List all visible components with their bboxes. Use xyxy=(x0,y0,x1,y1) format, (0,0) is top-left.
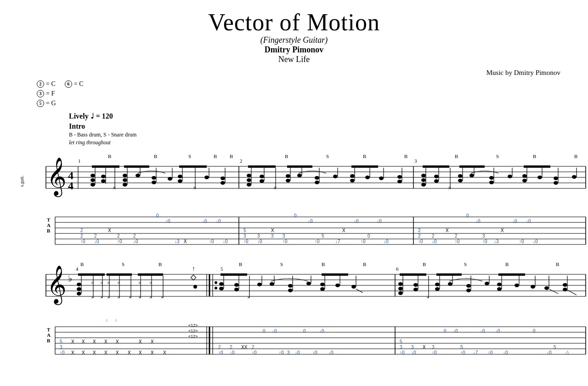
tab-num-44: ↑0 xyxy=(482,239,487,244)
tab-s2-1: ↑0 xyxy=(60,350,65,355)
beat-b-s2-2: B xyxy=(158,261,162,267)
tab-a-2: A xyxy=(47,332,51,338)
tab-s2-m5-8: ↓0 xyxy=(272,329,277,334)
note-41 xyxy=(458,179,463,182)
treble-clef-1: 𝄞 xyxy=(47,158,67,197)
string-6-circle: 6 xyxy=(65,80,72,88)
tab-x-6: X xyxy=(501,228,504,233)
subtitle: (Fingerstyle Guitar) xyxy=(18,35,570,45)
beat-s-s2-3: S xyxy=(464,261,467,267)
tab-s2-m5-5: ↑0 xyxy=(252,350,257,355)
note-51 xyxy=(572,175,577,179)
tab-s2-m5-2: 2 xyxy=(218,345,221,350)
tab-staff-1: T A B ↑0 2 2 ↓0 2 X ↑0 2 xyxy=(32,208,588,247)
string-5-circle: 5 xyxy=(37,100,44,107)
staff-label: s.guit. xyxy=(19,176,24,187)
tab-num-25: 0 xyxy=(294,213,297,218)
note-s2-23 xyxy=(435,287,440,291)
note-s2-2 xyxy=(77,287,81,291)
tab-s2-m6-14: ↑0 xyxy=(488,350,493,355)
note-s2-13 xyxy=(320,283,325,286)
tempo-word: Lively xyxy=(69,112,89,120)
tab-s2-x9: X xyxy=(116,350,119,355)
note-s2-1 xyxy=(77,283,81,286)
repeat-dot-1 xyxy=(215,281,217,284)
tab-num-45: 3 xyxy=(482,233,485,238)
tab-num-38: ↓0 xyxy=(432,239,437,244)
note-38 xyxy=(434,175,439,178)
tab-s2-m6-9: ↓0 xyxy=(453,329,458,334)
tab-s2-2: 3 xyxy=(60,345,62,350)
x-note-3: × xyxy=(273,185,277,192)
note-25 xyxy=(297,174,302,177)
note-49 xyxy=(554,176,558,180)
harm-12-2: <12> xyxy=(188,329,198,333)
note-s2-33 xyxy=(563,283,567,287)
tab-s2-m5-14: ↓0 xyxy=(319,329,324,334)
note-18 xyxy=(247,174,251,177)
tab-s2-m6-20: ↓\ xyxy=(565,350,569,355)
tab-s2-x7: X xyxy=(104,350,107,355)
note-22 xyxy=(260,179,264,183)
tab-s2-m6-7: 3 xyxy=(432,345,435,350)
note-9 xyxy=(136,174,140,177)
tab-s2-x6: X xyxy=(93,339,96,344)
note-28 xyxy=(333,175,338,178)
tab-num-28: 5 xyxy=(322,233,324,238)
harmonic-label-1: ↑ xyxy=(106,318,108,323)
beat-b-7: B xyxy=(404,153,407,159)
beat-b-4: B xyxy=(230,153,233,159)
tab-x-2: X xyxy=(184,239,187,244)
tab-s2-m5-11: ↓0 xyxy=(295,350,300,355)
tab-num-36: 2 xyxy=(418,233,421,238)
tempo-equals: = xyxy=(96,112,102,120)
beam-8 xyxy=(459,165,485,168)
tab-s2-x16: X xyxy=(163,350,166,355)
tuning-line-5: 5 = G xyxy=(37,98,570,108)
beam-s2-3 xyxy=(138,273,163,276)
note-26 xyxy=(315,176,319,180)
beat-s-1: S xyxy=(188,153,191,159)
album: New Life xyxy=(18,55,570,64)
main-title: Vector of Motion xyxy=(18,9,570,35)
tab-s2-m6-19: 5 xyxy=(554,345,556,350)
tab-num-35: ↑0 xyxy=(418,239,423,244)
tab-num-22: 3 xyxy=(271,233,274,238)
tab-s2-m6-12: ↓7 xyxy=(473,350,478,355)
tab-s2-m6-16: ↓0 xyxy=(503,350,508,355)
tab-num-40: ↑0 xyxy=(455,239,460,244)
note-s2-10 xyxy=(288,284,293,288)
tab-s2-x1: X xyxy=(71,350,74,355)
tab-s2-m6-18: ↓0 xyxy=(547,350,552,355)
note-8 xyxy=(123,183,127,187)
beat-b-5: B xyxy=(285,153,288,159)
note-s2-4 xyxy=(219,282,224,286)
tab-s2-m6-17: 0 xyxy=(533,329,536,334)
note-47 xyxy=(522,179,527,182)
note-3 xyxy=(90,183,95,187)
note-21 xyxy=(260,175,264,178)
tab-num-33: ↓0 xyxy=(377,219,382,224)
note-37 xyxy=(421,183,426,187)
time-sig-den: 4 xyxy=(68,180,74,192)
string-2-note: = C xyxy=(46,79,56,89)
let-ring-annotation: let ring throughout xyxy=(69,139,570,146)
note-48 xyxy=(537,176,542,179)
note-s2-11 xyxy=(288,289,293,292)
tab-num-27: ↑0 xyxy=(315,239,320,244)
note-45 xyxy=(508,175,512,178)
tab-t-2: T xyxy=(47,327,51,332)
note-35 xyxy=(421,174,426,177)
tab-num-6: ↑0 xyxy=(117,239,122,244)
note-s2-14 xyxy=(320,287,325,291)
tab-s2-x14: X xyxy=(151,350,154,355)
note-s2-19 xyxy=(398,291,403,295)
note-s2-17 xyxy=(398,282,403,286)
tab-x-5: X xyxy=(446,228,449,233)
tab-num-47: ↓0 xyxy=(512,219,517,224)
x-note-1: × xyxy=(113,185,116,192)
measure-6-num: 6 xyxy=(396,266,399,272)
tab-num-21: 3 xyxy=(257,233,260,238)
beam-s2-5 xyxy=(322,273,348,276)
beat-b-1: B xyxy=(108,153,111,159)
